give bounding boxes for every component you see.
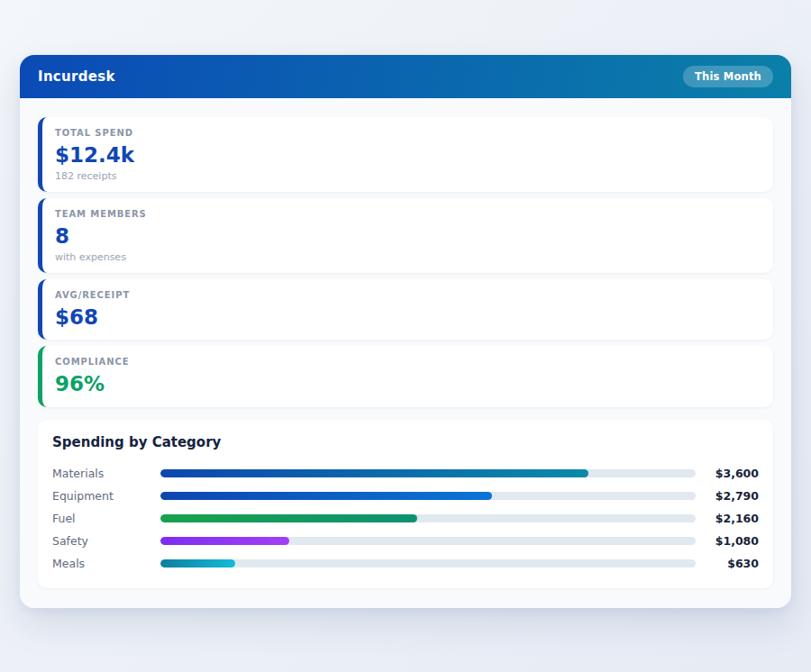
stat-label: COMPLIANCE (55, 357, 759, 367)
stat-value: $12.4k (55, 142, 759, 168)
app-header: Incurdesk This Month (20, 55, 791, 98)
bar-category-label: Equipment (52, 489, 160, 503)
bar-track (160, 492, 696, 500)
stat-card-compliance: COMPLIANCE 96% (38, 346, 773, 407)
stat-label: AVG/RECEIPT (55, 290, 759, 300)
bar-fill (160, 469, 588, 477)
stat-card-team-members: TEAM MEMBERS 8 with expenses (38, 198, 773, 273)
bar-category-label: Safety (52, 534, 160, 548)
bar-track (160, 514, 696, 522)
bar-fill (160, 492, 492, 500)
bar-value-label: $3,600 (696, 467, 759, 480)
chart-title: Spending by Category (52, 434, 759, 450)
bar-category-label: Meals (52, 557, 160, 570)
spending-by-category-card: Spending by Category Materials $3,600 Eq… (38, 420, 773, 588)
bar-value-label: $1,080 (696, 534, 759, 548)
stat-value: 96% (55, 371, 759, 397)
bar-fill (160, 537, 289, 545)
bar-row-safety: Safety $1,080 (52, 530, 759, 552)
bar-value-label: $2,790 (696, 489, 759, 503)
stat-value: $68 (55, 304, 759, 331)
dashboard-content: TOTAL SPEND $12.4k 182 receipts TEAM MEM… (20, 98, 791, 608)
bar-row-equipment: Equipment $2,790 (52, 485, 759, 507)
bar-value-label: $2,160 (696, 512, 759, 525)
bar-row-meals: Meals $630 (52, 552, 759, 575)
bar-category-label: Materials (52, 467, 160, 480)
stat-label: TOTAL SPEND (55, 128, 759, 138)
stat-card-avg-receipt: AVG/RECEIPT $68 (38, 279, 773, 341)
bar-track (160, 469, 696, 477)
bar-row-materials: Materials $3,600 (52, 462, 759, 485)
bar-fill (160, 559, 235, 568)
bar-row-fuel: Fuel $2,160 (52, 507, 759, 530)
period-badge[interactable]: This Month (683, 66, 773, 87)
stat-subtext: 182 receipts (55, 170, 759, 182)
bar-category-label: Fuel (52, 512, 160, 525)
dashboard-panel: Incurdesk This Month TOTAL SPEND $12.4k … (20, 55, 791, 608)
bar-track (160, 537, 696, 545)
stat-label: TEAM MEMBERS (55, 209, 759, 219)
bar-track (160, 559, 696, 568)
app-title: Incurdesk (38, 68, 115, 85)
stat-subtext: with expenses (55, 251, 759, 263)
stat-card-total-spend: TOTAL SPEND $12.4k 182 receipts (38, 117, 773, 192)
bar-value-label: $630 (696, 557, 759, 570)
bar-fill (160, 514, 417, 522)
stat-value: 8 (55, 223, 759, 250)
